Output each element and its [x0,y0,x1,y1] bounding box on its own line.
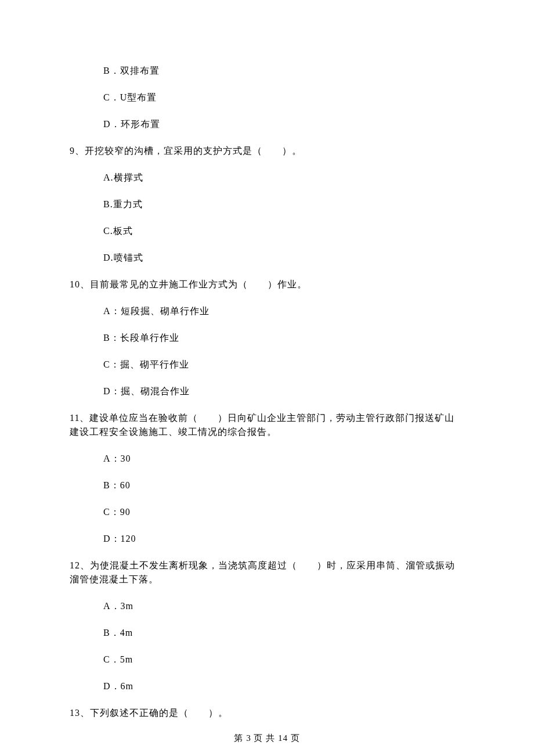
q12-option-d: D．6m [103,679,464,693]
q8-option-c: C．U型布置 [103,91,464,105]
q11-option-d: D：120 [103,532,464,546]
q12-stem: 12、为使混凝土不发生离析现象，当浇筑高度超过（ ）时，应采用串筒、溜管或振动溜… [70,559,464,586]
q11-stem: 11、建设单位应当在验收前（ ）日向矿山企业主管部门，劳动主管行政部门报送矿山建… [70,411,464,439]
page-container: B．双排布置 C．U型布置 D．环形布置 9、开挖较窄的沟槽，宜采用的支护方式是… [0,0,534,756]
q10-option-a: A：短段掘、砌单行作业 [103,304,464,318]
q13-stem: 13、下列叙述不正确的是（ ）。 [70,706,464,720]
q8-option-d: D．环形布置 [103,117,464,131]
q12-option-b: B．4m [103,626,464,640]
q10-option-c: C：掘、砌平行作业 [103,358,464,372]
q9-option-d: D.喷锚式 [103,251,464,265]
q9-stem: 9、开挖较窄的沟槽，宜采用的支护方式是（ ）。 [70,144,464,158]
q12-option-a: A．3m [103,599,464,613]
q11-option-b: B：60 [103,478,464,492]
page-footer: 第 3 页 共 14 页 [0,732,534,745]
q10-option-d: D：掘、砌混合作业 [103,384,464,398]
q9-option-a: A.横撑式 [103,171,464,185]
q9-option-c: C.板式 [103,224,464,238]
q8-option-b: B．双排布置 [103,64,464,78]
q12-option-c: C．5m [103,653,464,667]
q10-stem: 10、目前最常见的立井施工作业方式为（ ）作业。 [70,278,464,291]
q9-option-b: B.重力式 [103,197,464,211]
q11-option-a: A：30 [103,452,464,466]
q11-option-c: C：90 [103,505,464,519]
q10-option-b: B：长段单行作业 [103,331,464,345]
